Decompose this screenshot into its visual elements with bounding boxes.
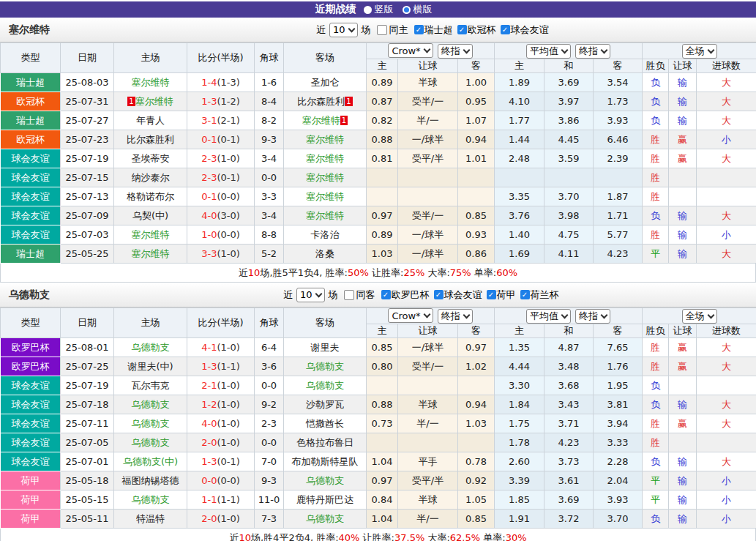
score-cell: 1-2(1-0) [187, 395, 255, 414]
column-header: 主场 [114, 43, 187, 73]
summary-row: 近10场,胜4平2负4, 胜率:40% 让胜率:37.5% 大率:62.5% 单… [0, 529, 756, 541]
odds-handicap: 受半/一 [398, 92, 458, 111]
league-filter-checkbox[interactable]: ✓ [457, 25, 467, 34]
league-filter-checkbox[interactable]: ✓ [487, 290, 496, 299]
match-row: 球会友谊25-07-15纳沙泰尔2-3(0-1)0-0塞尔维特胜 [1, 168, 756, 187]
odds-company-select-value: Crow* [392, 310, 420, 321]
corners-cell: 3-4 [255, 149, 284, 168]
away-team-name: 塞尔维特 [306, 153, 344, 164]
recent-count-select[interactable]: 10 [296, 288, 325, 302]
unit-label: 场 [329, 288, 338, 302]
avg-away: 3.81 [594, 395, 643, 414]
away-team-cell: 沙勒罗瓦 [284, 395, 367, 414]
result-handicap-value: 赢 [678, 134, 687, 145]
fulltime-score: 1-3 [201, 96, 217, 107]
league-badge: 欧罗巴杯 [1, 338, 61, 357]
result-winloss-value: 平 [651, 494, 660, 505]
home-team-name: 福图纳锡塔德 [122, 475, 179, 486]
dropdown-caret-icon [463, 311, 470, 318]
result-handicap-value: 输 [678, 475, 687, 486]
layout-option[interactable]: 横版 [403, 3, 433, 16]
score-cell: 2-0(1-0) [187, 510, 255, 529]
result-winloss: 胜 [643, 130, 669, 149]
column-header: 胜负 [643, 59, 669, 73]
same-venue-checkbox[interactable] [377, 25, 387, 35]
column-header: 角球 [255, 43, 284, 73]
league-filter-checkbox[interactable]: ✓ [381, 290, 391, 299]
score-cell: 3-1(2-1) [187, 111, 255, 130]
home-team-cell: 塞尔维特 [114, 73, 187, 92]
result-winloss-value: 平 [651, 248, 660, 259]
avg-type-select[interactable]: 平均值 [526, 309, 571, 324]
odds-home [367, 168, 398, 187]
match-row: 欧冠杯25-07-23比尔森胜利0-1(0-1)9-3塞尔维特0.88一/球半0… [1, 130, 756, 149]
away-team-name: 塞尔维特 [306, 172, 344, 183]
result-handicap [669, 168, 697, 187]
layout-option-group: 竖版横版 [364, 3, 441, 16]
home-team-name: 乌德勒支 [132, 494, 170, 505]
fulltime-score: 4-1 [201, 342, 217, 353]
odds-company-select[interactable]: Crow* [388, 43, 433, 58]
league-filter-checkbox[interactable]: ✓ [414, 25, 424, 34]
odds-stage-select[interactable]: 终指 [438, 44, 473, 59]
same-venue-checkbox[interactable] [344, 290, 354, 300]
away-team-name: 布加勒斯特星队 [292, 456, 359, 467]
result-winloss-value: 负 [651, 115, 660, 126]
avg-away: 1.73 [594, 92, 643, 111]
match-date: 25-07-03 [61, 225, 114, 245]
avg-type-select[interactable]: 平均值 [526, 44, 571, 59]
avg-home: 1.91 [495, 510, 544, 529]
league-filter-checkbox[interactable]: ✓ [520, 290, 530, 299]
result-winloss-value: 负 [651, 96, 660, 107]
team-section: 乌德勒支近10场同客✓欧罗巴杯✓球会友谊✓荷甲✓荷兰杯类型日期主场比分(半场)角… [0, 283, 756, 541]
odds-handicap: 半/一 [398, 111, 458, 130]
league-badge: 欧冠杯 [1, 92, 61, 111]
league-badge: 荷甲 [1, 471, 61, 490]
avg-draw: 3.43 [544, 395, 594, 414]
avg-stage-select[interactable]: 终指 [575, 309, 610, 324]
odds-handicap: 半球 [398, 395, 458, 414]
odds-home: 0.89 [367, 225, 398, 245]
recent-count-select[interactable]: 10 [329, 23, 358, 37]
result-handicap-value: 输 [678, 210, 687, 221]
result-winloss-value: 平 [651, 475, 660, 486]
home-team-cell: 乌德勒支 [114, 433, 187, 452]
match-date: 25-07-19 [61, 149, 114, 168]
league-filter-checkbox[interactable]: ✓ [434, 290, 444, 299]
away-team-name: 塞尔维特 [302, 115, 340, 126]
league-filter-checkbox[interactable]: ✓ [501, 25, 510, 34]
scope-select[interactable]: 全场 [682, 44, 717, 59]
radio-selected-icon[interactable] [403, 6, 411, 14]
avg-stage-select[interactable]: 终指 [575, 44, 610, 59]
odds-company-select[interactable]: Crow* [388, 308, 433, 323]
match-row: 球会友谊25-07-01乌德勒支(中)1-3(0-1)7-0布加勒斯特星队1.0… [1, 452, 756, 471]
result-winloss-value: 负 [651, 210, 660, 221]
avg-home: 1.78 [495, 433, 544, 452]
result-goals: 小 [697, 471, 756, 490]
away-team-cell: 卡洛治 [284, 225, 367, 245]
layout-option[interactable]: 竖版 [364, 3, 394, 16]
radio-icon[interactable] [364, 6, 372, 14]
result-winloss-value: 胜 [651, 418, 660, 429]
summary-text: 75% [450, 267, 471, 278]
league-badge: 球会友谊 [1, 452, 61, 471]
column-header: 客场 [284, 43, 367, 73]
result-winloss-value: 胜 [651, 191, 660, 202]
match-date: 25-07-13 [61, 187, 114, 206]
avg-draw: 3.69 [544, 490, 594, 510]
home-team-name: 瓦尔韦克 [132, 380, 170, 391]
home-team-name: 乌德勒支 [132, 437, 170, 448]
odds-away: 1.02 [458, 357, 495, 376]
dropdown-caret-icon [561, 311, 569, 318]
fulltime-score: 2-3 [201, 172, 217, 183]
result-goals-value: 大 [722, 96, 731, 107]
section-header-bar: 乌德勒支近10场同客✓欧罗巴杯✓球会友谊✓荷甲✓荷兰杯 [0, 283, 756, 307]
match-row: 欧罗巴杯25-08-01乌德勒支4-1(1-0)6-4谢里夫0.85一/球半0.… [1, 338, 756, 357]
odds-handicap: 受平/半 [398, 149, 458, 168]
avg-type-select-value: 平均值 [530, 45, 558, 58]
odds-stage-select[interactable]: 终指 [438, 309, 473, 324]
match-row: 荷甲25-05-11特温特2-0(1-0)7-3乌德勒支1.04半/一0.851… [1, 510, 756, 529]
fulltime-score: 1-2 [201, 399, 217, 410]
result-goals [697, 376, 756, 395]
scope-select[interactable]: 全场 [682, 309, 717, 324]
